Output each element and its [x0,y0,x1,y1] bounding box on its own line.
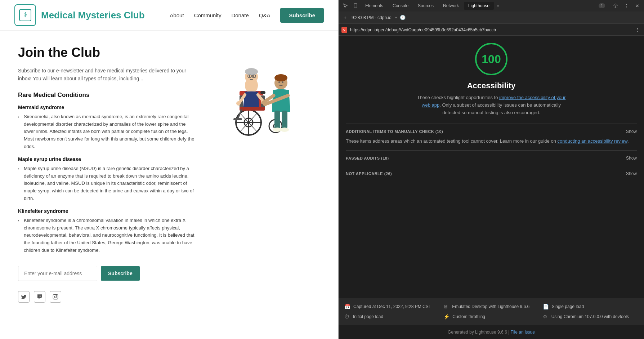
footer-throttling-text: Custom throttling [452,313,485,320]
condition-desc-1: Maple syrup urine disease (MSUD) is a ra… [18,165,198,202]
condition-list-0: Sirenomelia, also known as mermaid syndr… [18,113,198,151]
svg-point-35 [282,81,283,83]
passed-audits-title: PASSED AUDITS (18) [346,156,389,160]
tab-lighthouse[interactable]: Lighthouse [464,2,494,10]
passed-audits-header: PASSED AUDITS (18) Show [346,156,637,161]
score-circle-container: 100 [346,43,637,75]
twitch-icon[interactable] [34,291,45,303]
lighthouse-content: 100 Accessibility These checks highlight… [339,36,644,298]
footer-single-page-text: Single page load [552,303,584,310]
svg-rect-37 [282,111,287,129]
svg-point-34 [278,81,280,83]
manual-body-suffix: . [627,138,629,144]
devtools-url-more-btn[interactable]: ⋮ [634,26,641,34]
tab-elements[interactable]: Elements [361,2,388,10]
condition-desc-2: Klinefelter syndrome is a chromosomal va… [18,217,198,254]
footer-initial-load-text: Initial page load [353,313,383,320]
footer-emulated: 🖥 Emulated Desktop with Lighthouse 9.6.6 [443,303,539,310]
manual-body-text: These items address areas which an autom… [346,138,558,144]
devtools-inspect-btn[interactable] [341,1,350,10]
svg-rect-2 [53,294,58,299]
condition-title-0: Mermaid syndrome [18,104,198,110]
accessibility-review-link[interactable]: conducting an accessibility review [558,138,627,144]
svg-point-22 [249,75,250,77]
site-favicon: C [341,27,347,33]
score-circle: 100 [475,43,507,75]
svg-point-23 [252,75,254,77]
accessibility-title: Accessibility [346,81,637,90]
svg-text:⚕: ⚕ [23,11,27,19]
desktop-icon: 🖥 [443,304,449,309]
twitter-icon[interactable] [18,291,30,303]
condition-title-1: Maple syrup urine disease [18,156,198,162]
svg-point-31 [236,101,241,106]
site-header: ⚕ Medical Mysteries Club About Community… [0,0,338,31]
manual-checks-body: These items address areas which an autom… [346,138,637,145]
site-logo-icon: ⚕ [14,4,36,26]
generated-text: Generated by Lighthouse 9.6.6 | [448,330,511,335]
svg-point-39 [280,128,289,132]
conditions-section-heading: Rare Medical Conditions [18,92,198,99]
email-input[interactable] [18,266,97,281]
devtools-topbar: Elements Console Sources Network Lightho… [339,0,644,24]
footer-captured-text: Captured at Dec 11, 2022, 9:28 PM CST [353,303,431,310]
tab-badge-count: 1 [599,3,605,8]
site-text-column: Join the Club Subscribe to our e-newslet… [18,45,198,303]
tab-network[interactable]: Network [439,2,463,10]
na-show-btn[interactable]: Show [626,171,637,176]
na-section: NOT APPLICABLE (26) Show [346,166,637,181]
nav-community[interactable]: Community [194,12,222,18]
manual-checks-title: ADDITIONAL ITEMS TO MANUALLY CHECK (10) [346,129,443,134]
tab-console[interactable]: Console [388,2,413,10]
email-submit-button[interactable]: Subscribe [101,266,140,281]
intro-text: Subscribe to our e-newsletter and have m… [18,67,198,83]
passed-audits-show-btn[interactable]: Show [626,156,637,161]
footer-single-page: 📄 Single page load [543,303,638,310]
score-desc-after: . Only a subset of accessibility issues … [439,102,561,115]
logo-area: ⚕ Medical Mysteries Club [14,4,145,26]
email-section: Subscribe [18,266,198,281]
devtools-time: 9:28:08 PM - cdpn.io [352,15,392,20]
site-title: Medical Mysteries Club [41,10,145,21]
devtools-device-btn[interactable] [351,1,360,10]
site-content: Join the Club Subscribe to our e-newslet… [0,31,338,317]
timer-icon: ⏱ [344,314,350,320]
page-icon: 📄 [543,304,549,309]
devtools-urlbar: + 9:28:08 PM - cdpn.io ▾ 🕐 [339,12,644,24]
devtools-close-btn[interactable]: ✕ [632,1,642,10]
devtools-settings-btn[interactable] [611,1,620,10]
nav-donate[interactable]: Donate [231,12,249,18]
tab-more-btn[interactable]: » [495,2,501,10]
file-issue-link[interactable]: File an issue [511,330,535,335]
website-panel: ⚕ Medical Mysteries Club About Community… [0,0,339,339]
condition-title-2: Klinefelter syndrome [18,208,198,214]
nav-about[interactable]: About [170,12,184,18]
svg-point-33 [274,74,287,81]
chromium-icon: ⚙ [543,314,549,320]
footer-chromium: ⚙ Using Chromium 107.0.0.0 with devtools [543,313,638,320]
footer-initial-load: ⏱ Initial page load [344,313,440,320]
condition-list-1: Maple syrup urine disease (MSUD) is a ra… [18,165,198,202]
devtools-urlrow: C https://cdpn.io/pen/debug/VwdOaqp/ee09… [339,24,644,36]
devtools-url-text: https://cdpn.io/pen/debug/VwdOaqp/ee0945… [350,27,631,32]
devtools-panel: Elements Console Sources Network Lightho… [339,0,644,339]
nav-subscribe-button[interactable]: Subscribe [280,8,324,23]
time-dropdown-arrow[interactable]: ▾ [395,15,397,19]
svg-rect-36 [274,111,280,129]
tab-sources[interactable]: Sources [413,2,438,10]
footer-captured: 📅 Captured at Dec 11, 2022, 9:28 PM CST [344,303,440,310]
devtools-back-btn[interactable]: + [341,14,349,21]
site-nav: About Community Donate Q&A Subscribe [170,8,324,23]
manual-checks-show-btn[interactable]: Show [626,129,637,134]
tab-badge: 1 [594,2,609,10]
nav-qa[interactable]: Q&A [259,12,270,18]
svg-point-4 [57,295,57,295]
instagram-icon[interactable] [50,291,61,303]
manual-checks-section: ADDITIONAL ITEMS TO MANUALLY CHECK (10) … [346,124,637,150]
lighthouse-generated: Generated by Lighthouse 9.6.6 | File an … [339,325,644,339]
footer-chromium-text: Using Chromium 107.0.0.0 with devtools [551,313,629,320]
svg-rect-18 [233,118,242,120]
devtools-more-btn[interactable]: ⋮ [622,1,631,10]
calendar-icon: 📅 [344,304,350,309]
svg-rect-42 [260,91,265,94]
